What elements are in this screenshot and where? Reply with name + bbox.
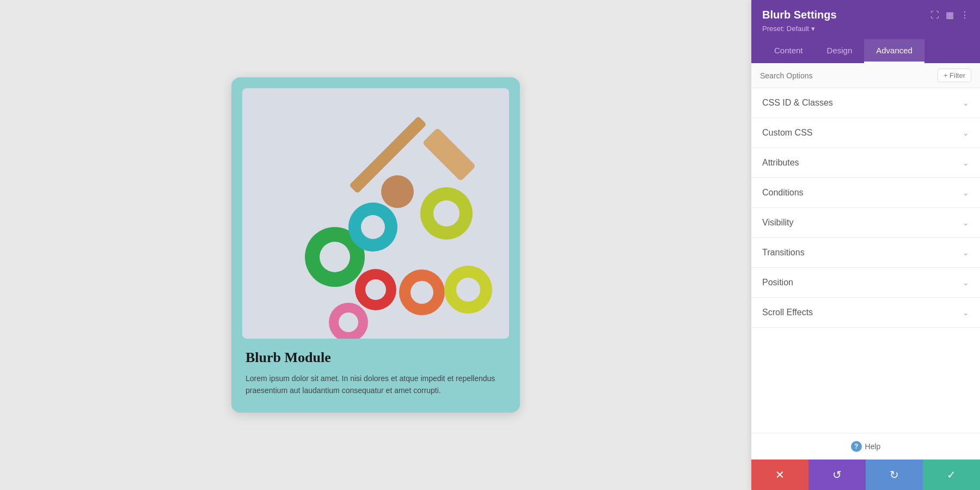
accordion-label-attributes: Attributes bbox=[762, 158, 799, 168]
undo-icon: ↺ bbox=[832, 468, 842, 481]
accordion-item-position: Position ⌄ bbox=[751, 268, 980, 298]
panel-title: Blurb Settings bbox=[762, 9, 837, 21]
accordion-item-attributes: Attributes ⌄ bbox=[751, 148, 980, 178]
accordion-item-visibility: Visibility ⌄ bbox=[751, 208, 980, 238]
accordion-header-conditions[interactable]: Conditions ⌄ bbox=[751, 178, 980, 207]
svg-point-11 bbox=[365, 279, 386, 300]
tabs-row: Content Design Advanced bbox=[762, 39, 969, 63]
tab-advanced[interactable]: Advanced bbox=[864, 39, 924, 63]
blurb-title: Blurb Module bbox=[246, 350, 506, 366]
svg-point-9 bbox=[381, 175, 414, 208]
search-bar: + Filter bbox=[751, 63, 980, 88]
accordion-list: CSS ID & Classes ⌄ Custom CSS ⌄ Attribut… bbox=[751, 88, 980, 433]
chevron-icon-scroll-effects: ⌄ bbox=[963, 308, 969, 317]
accordion-item-scroll-effects: Scroll Effects ⌄ bbox=[751, 298, 980, 328]
accordion-label-custom-css: Custom CSS bbox=[762, 128, 812, 138]
cancel-button[interactable]: ✕ bbox=[751, 460, 808, 490]
svg-point-17 bbox=[339, 313, 358, 332]
svg-point-4 bbox=[320, 242, 350, 272]
accordion-header-css-id[interactable]: CSS ID & Classes ⌄ bbox=[751, 88, 980, 118]
chevron-icon-position: ⌄ bbox=[963, 278, 969, 287]
chevron-icon-css-id: ⌄ bbox=[963, 99, 969, 107]
accordion-header-transitions[interactable]: Transitions ⌄ bbox=[751, 238, 980, 267]
accordion-header-attributes[interactable]: Attributes ⌄ bbox=[751, 148, 980, 177]
help-icon: ? bbox=[851, 441, 862, 452]
accordion-label-conditions: Conditions bbox=[762, 188, 804, 198]
accordion-label-transitions: Transitions bbox=[762, 248, 805, 258]
panel-title-row: Blurb Settings ⛶ ▦ ⋮ bbox=[762, 9, 969, 21]
accordion-item-transitions: Transitions ⌄ bbox=[751, 238, 980, 268]
help-label[interactable]: Help bbox=[865, 442, 881, 451]
blurb-card: Blurb Module Lorem ipsum dolor sit amet.… bbox=[231, 77, 520, 413]
redo-button[interactable]: ↻ bbox=[866, 460, 923, 490]
tab-content[interactable]: Content bbox=[762, 39, 815, 63]
accordion-item-css-id: CSS ID & Classes ⌄ bbox=[751, 88, 980, 118]
svg-point-6 bbox=[361, 215, 385, 239]
chevron-icon-conditions: ⌄ bbox=[963, 188, 969, 197]
svg-point-13 bbox=[411, 281, 433, 304]
canvas-area: Blurb Module Lorem ipsum dolor sit amet.… bbox=[0, 0, 751, 490]
cancel-icon: ✕ bbox=[775, 468, 785, 481]
accordion-header-scroll-effects[interactable]: Scroll Effects ⌄ bbox=[751, 298, 980, 327]
search-input[interactable] bbox=[760, 71, 938, 80]
svg-point-15 bbox=[456, 278, 480, 302]
svg-point-8 bbox=[433, 200, 460, 226]
accordion-item-custom-css: Custom CSS ⌄ bbox=[751, 118, 980, 148]
accordion-label-scroll-effects: Scroll Effects bbox=[762, 308, 813, 317]
accordion-header-custom-css[interactable]: Custom CSS ⌄ bbox=[751, 118, 980, 148]
accordion-label-visibility: Visibility bbox=[762, 218, 794, 228]
layout-icon[interactable]: ▦ bbox=[946, 10, 954, 20]
panel-header-icons: ⛶ ▦ ⋮ bbox=[930, 10, 969, 20]
accordion-header-visibility[interactable]: Visibility ⌄ bbox=[751, 208, 980, 237]
accordion-item-conditions: Conditions ⌄ bbox=[751, 178, 980, 208]
preset-row[interactable]: Preset: Default ▾ bbox=[762, 24, 969, 33]
more-icon[interactable]: ⋮ bbox=[960, 10, 969, 20]
accordion-label-position: Position bbox=[762, 278, 793, 287]
tab-design[interactable]: Design bbox=[815, 39, 865, 63]
preset-label[interactable]: Preset: Default ▾ bbox=[762, 24, 815, 33]
chevron-icon-visibility: ⌄ bbox=[963, 218, 969, 227]
chevron-icon-transitions: ⌄ bbox=[963, 248, 969, 257]
accordion-label-css-id: CSS ID & Classes bbox=[762, 98, 833, 108]
panel-header: Blurb Settings ⛶ ▦ ⋮ Preset: Default ▾ C… bbox=[751, 0, 980, 63]
accordion-header-position[interactable]: Position ⌄ bbox=[751, 268, 980, 297]
chevron-icon-attributes: ⌄ bbox=[963, 158, 969, 167]
blurb-content: Blurb Module Lorem ipsum dolor sit amet.… bbox=[242, 339, 509, 402]
action-bar: ✕ ↺ ↻ ✓ bbox=[751, 460, 980, 490]
save-icon: ✓ bbox=[947, 468, 956, 481]
filter-label: + Filter bbox=[944, 71, 965, 79]
blurb-image bbox=[242, 88, 509, 339]
save-button[interactable]: ✓ bbox=[923, 460, 980, 490]
toy-scene-bg bbox=[242, 88, 509, 339]
settings-panel: Blurb Settings ⛶ ▦ ⋮ Preset: Default ▾ C… bbox=[751, 0, 980, 490]
blurb-text: Lorem ipsum dolor sit amet. In nisi dolo… bbox=[246, 372, 506, 397]
chevron-icon-custom-css: ⌄ bbox=[963, 128, 969, 137]
redo-icon: ↻ bbox=[890, 468, 899, 481]
help-area: ? Help bbox=[751, 433, 980, 460]
filter-button[interactable]: + Filter bbox=[938, 69, 971, 82]
undo-button[interactable]: ↺ bbox=[808, 460, 866, 490]
fullscreen-icon[interactable]: ⛶ bbox=[930, 10, 939, 20]
